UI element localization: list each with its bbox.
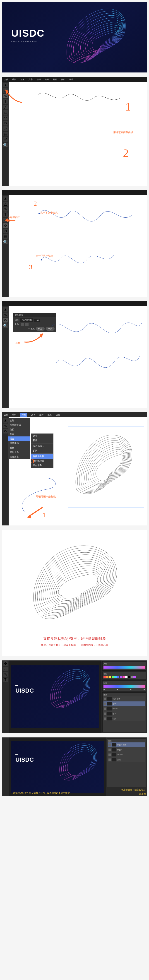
canvas[interactable]: 混合选项 间距: 指定的步数 100 取向: ☐ 预览 确定 取消 (9, 306, 147, 408)
tool-scale[interactable]: ⤢ (3, 126, 8, 131)
tool-rotate[interactable]: ↻ (3, 121, 8, 126)
orient-align-page[interactable] (21, 323, 24, 326)
tool-gradient[interactable]: ▤ (3, 234, 8, 239)
menu-item[interactable]: 文件 (4, 78, 8, 81)
sub-reverse-spine[interactable]: 反向混合轴 (31, 459, 53, 463)
tool-zoom[interactable]: 🔍 (3, 323, 8, 328)
layer-name[interactable]: UISDC (113, 708, 118, 710)
menu-item[interactable]: 编辑 (12, 78, 16, 81)
menu-item[interactable]: 文字 (31, 413, 35, 416)
tool-brush[interactable]: 〰 (3, 116, 8, 120)
sub-make[interactable]: 建立 (31, 434, 53, 438)
menu-livepaint[interactable]: 实时上色 (8, 450, 30, 455)
tool-gradient[interactable]: ▤ (3, 132, 8, 136)
menu-transform[interactable]: 变形 (8, 418, 30, 423)
sub-expand[interactable]: 扩展 (31, 449, 53, 453)
spacing-select[interactable]: 指定的步数 (21, 318, 33, 322)
menu-item[interactable]: 选择 (40, 413, 43, 416)
orient-align-path[interactable] (25, 323, 29, 326)
menu-item[interactable]: 文件 (4, 413, 8, 416)
tool-pen[interactable]: ✎ (3, 313, 8, 317)
blend-submenu[interactable]: 建立 释放 混合选项... 扩展 替换混合轴 反向混合轴 反向堆叠 (31, 433, 54, 468)
menu-item[interactable]: 窗口 (61, 78, 65, 81)
tool-zoom[interactable]: 🔍 (3, 143, 8, 147)
sub-options[interactable]: 混合选项... (31, 444, 53, 449)
object-menu[interactable]: 变形 扭曲和旋转 路径 图案 混合 封套扭曲 透视 实时上色 图像描摹 (8, 418, 30, 459)
toolbar: ▲ ✎ ⟳ 🔍 (2, 306, 9, 408)
menu-item[interactable]: 文字 (29, 78, 33, 81)
tool-eyedrop[interactable]: ✐ (3, 137, 8, 142)
tool-type[interactable]: T (3, 212, 8, 217)
layer-name[interactable]: 形状 1 副本 (117, 743, 126, 746)
canvas[interactable]: 1 用钢笔画两条曲线 2 (9, 82, 147, 186)
tool-line[interactable]: ╱ (3, 105, 8, 109)
tool-pen[interactable]: ✎ (3, 423, 8, 428)
menu-pattern[interactable]: 图案 (8, 432, 30, 436)
tool-move[interactable]: ✥ (3, 661, 8, 666)
layer-name[interactable]: 背景 副本 (113, 698, 120, 700)
svg-point-3 (41, 259, 42, 261)
spacing-input[interactable]: 100 (34, 319, 40, 321)
tool-selection[interactable]: ▲ (3, 307, 8, 312)
tool-rect[interactable]: ▭ (3, 110, 8, 115)
tool-direct-select[interactable]: △ (3, 202, 8, 206)
tool-blend[interactable]: ⟳ (3, 318, 8, 323)
menu-item[interactable]: 选择 (37, 78, 41, 81)
layer-name[interactable]: 组 1 (113, 713, 116, 715)
layer-name[interactable]: 背景 (117, 759, 121, 761)
panel-properties[interactable]: 属性 (102, 661, 146, 671)
menu-trace[interactable]: 图像描摹 (8, 455, 30, 459)
arrow-1 (27, 505, 45, 519)
layer-name[interactable]: UISDC (117, 754, 123, 756)
panel-layers[interactable]: 图层 形状 1 副本 形状 1 UISDC 背景 (107, 738, 146, 787)
menubar[interactable]: 文件 编辑 对象 文字 选择 效果 视图 (2, 412, 147, 417)
menu-item[interactable]: 效果 (48, 413, 52, 416)
menu-item[interactable]: 帮助 (69, 78, 73, 81)
step3-screenshot: ▲ △ ✎ T ▭ ⟳ ↻ ▤ 🔍 用标签的工具 2 点一下这个锚点 3 点一下… (2, 190, 147, 297)
menu-perspective[interactable]: 透视 (8, 445, 30, 450)
gradient-editor[interactable] (103, 685, 145, 687)
sub-reverse-stack[interactable]: 反向堆叠 (31, 463, 53, 468)
tool-pen[interactable]: ✎ (3, 207, 8, 212)
menu-item[interactable]: 视图 (56, 413, 60, 416)
tool-blend[interactable]: ⟳ (3, 223, 8, 228)
tool-marquee[interactable]: ▭ (3, 667, 8, 671)
ps-canvas[interactable]: UISDC 底部没调好看不难，我都不会写，没黑暗时起下这个作业！ (9, 737, 106, 796)
tool-selection[interactable]: ▲ (3, 418, 8, 423)
panel-gradient[interactable]: 渐变 ◆◆◆◆ (102, 680, 146, 692)
menu-item[interactable]: 对象 (21, 78, 24, 81)
tool-brush[interactable]: ✎ (3, 672, 8, 677)
layer-name[interactable]: 形状 1 (113, 703, 118, 705)
sub-release[interactable]: 释放 (31, 438, 53, 443)
menu-envelope[interactable]: 封套扭曲 (8, 441, 30, 445)
layer-name[interactable]: 背景 (113, 718, 116, 720)
ps-canvas[interactable]: UISDC (9, 660, 101, 733)
tool-selection[interactable]: ▲ (3, 196, 8, 200)
logo-subtitle: Power by creativeprocess (11, 40, 44, 42)
canvas[interactable]: 用标签的工具 2 点一下这个锚点 3 点一下这个锚点 (9, 195, 147, 297)
ok-button[interactable]: 确定 (36, 327, 44, 331)
canvas[interactable]: 变形 扭曲和旋转 路径 图案 混合 封套扭曲 透视 实时上色 图像描摹 建立 释… (9, 417, 147, 525)
menu-distort[interactable]: 扭曲和旋转 (8, 423, 30, 427)
menu-item[interactable]: 效果 (45, 78, 49, 81)
curves (47, 313, 144, 388)
preview-checkbox[interactable]: ☐ 预览 (28, 327, 35, 330)
menubar[interactable] (2, 301, 147, 306)
menubar[interactable]: 文件 编辑 对象 文字 选择 效果 视图 窗口 帮助 (2, 77, 147, 82)
tool-type[interactable]: T (3, 678, 8, 682)
menu-item[interactable]: 视图 (53, 78, 57, 81)
menu-blend[interactable]: 混合 (8, 436, 30, 441)
menu-item[interactable]: 对象 (21, 413, 27, 417)
menu-item[interactable]: 编辑 (12, 413, 16, 416)
gradient-preview[interactable] (103, 666, 145, 668)
tool-selection[interactable]: ▲ (3, 83, 8, 88)
tool-zoom[interactable]: 🔍 (3, 240, 8, 244)
tool-blend[interactable]: ⟳ (3, 429, 8, 433)
menu-path[interactable]: 路径 (8, 427, 30, 432)
layer-name[interactable]: 形状 1 (117, 749, 122, 751)
tool-rotate[interactable]: ↻ (3, 229, 8, 233)
sub-replace-spine[interactable]: 替换混合轴 (31, 454, 53, 459)
menubar[interactable] (2, 190, 147, 195)
panel-swatches[interactable]: 色板 (102, 671, 146, 679)
panel-layers[interactable]: 图层 背景 副本 形状 1 UISDC 组 1 背景 (102, 692, 146, 732)
